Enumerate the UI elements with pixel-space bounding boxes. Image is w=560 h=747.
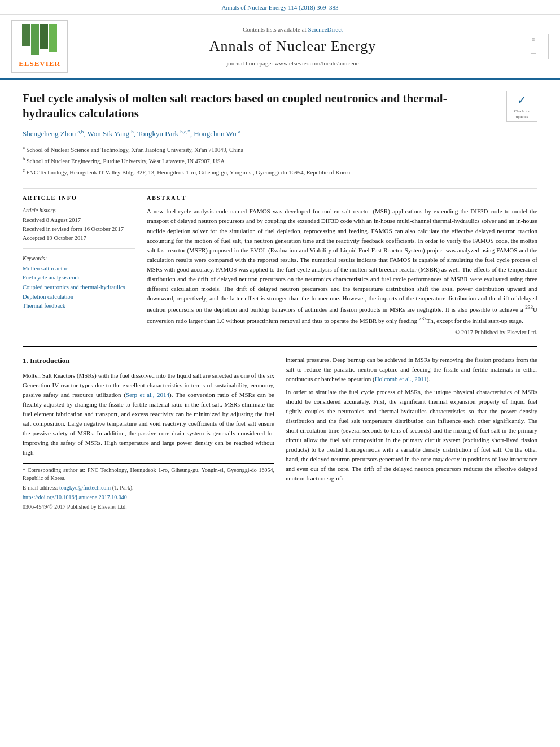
body-col-right: internal pressures. Deep burnup can be a… — [286, 355, 537, 513]
keyword-1: Molten salt reactor — [23, 265, 135, 273]
body-col-left: 1. Introduction Molten Salt Reactors (MS… — [23, 355, 274, 513]
journal-citation: Annals of Nuclear Energy 114 (2018) 369–… — [221, 4, 338, 11]
intro-para-3: In order to simulate the fuel cycle proc… — [286, 387, 537, 483]
intro-para-2: internal pressures. Deep burnup can be a… — [286, 355, 537, 384]
issn-line: 0306-4549/© 2017 Published by Elsevier L… — [23, 503, 274, 511]
sciencedirect-link[interactable]: ScienceDirect — [308, 26, 343, 33]
article-info-heading: ARTICLE INFO — [23, 194, 135, 202]
corresponding-footnote: * Corresponding author at: FNC Technolog… — [23, 466, 274, 482]
article-title-section: Fuel cycle analysis of molten salt react… — [23, 91, 537, 183]
received-date: Received 8 August 2017 — [23, 216, 135, 225]
accepted-date: Accepted 19 October 2017 — [23, 234, 135, 243]
keywords-label: Keywords: — [23, 255, 135, 263]
keyword-3: Coupled neutronics and thermal-hydraulic… — [23, 283, 135, 292]
email-footnote: E-mail address: tongkyu@fnctech.com (T. … — [23, 484, 274, 492]
authors-line: Shengcheng Zhou a,b, Won Sik Yang b, Ton… — [23, 128, 498, 139]
abstract-text: A new fuel cycle analysis code named FAM… — [147, 207, 537, 337]
top-bar: Annals of Nuclear Energy 114 (2018) 369–… — [0, 0, 560, 15]
article-info-panel: ARTICLE INFO Article history: Received 8… — [23, 194, 135, 337]
journal-header: ELSEVIER Contents lists available at Sci… — [0, 15, 560, 79]
journal-title-main: Annals of Nuclear Energy — [68, 36, 518, 56]
elsevier-brand-text: ELSEVIER — [19, 59, 60, 69]
corner-badge: ≡—— — [518, 34, 549, 59]
check-for-updates-badge: ✓ Check forupdates — [506, 91, 537, 122]
keyword-5: Thermal feedback — [23, 302, 135, 311]
check-icon: ✓ — [517, 92, 527, 108]
intro-section-title: 1. Introduction — [23, 355, 274, 366]
keyword-2: Fuel cycle analysis code — [23, 274, 135, 282]
doi-line: https://doi.org/10.1016/j.anucene.2017.1… — [23, 493, 274, 501]
affiliation-a: a School of Nuclear Science and Technolo… — [23, 144, 498, 154]
history-label: Article history: — [23, 207, 135, 215]
elsevier-logo: ELSEVIER — [11, 20, 68, 72]
copyright-line: © 2017 Published by Elsevier Ltd. — [147, 328, 537, 337]
intro-para-1: Molten Salt Reactors (MSRs) with the fue… — [23, 371, 274, 457]
keyword-4: Depletion calculation — [23, 293, 135, 302]
article-title: Fuel cycle analysis of molten salt react… — [23, 91, 498, 122]
abstract-heading: ABSTRACT — [147, 194, 537, 202]
journal-center-info: Contents lists available at ScienceDirec… — [68, 25, 518, 68]
footnote-area: * Corresponding author at: FNC Technolog… — [23, 463, 274, 511]
sciencedirect-line: Contents lists available at ScienceDirec… — [68, 25, 518, 34]
affiliation-b: b School of Nuclear Engineering, Purdue … — [23, 155, 498, 165]
abstract-panel: ABSTRACT A new fuel cycle analysis code … — [147, 194, 537, 337]
affiliation-c: c FNC Technology, Heungdeok IT Valley Bl… — [23, 167, 498, 177]
affiliations: a School of Nuclear Science and Technolo… — [23, 144, 498, 177]
journal-homepage: journal homepage: www.elsevier.com/locat… — [68, 59, 518, 68]
received-revised-date: Received in revised form 16 October 2017 — [23, 225, 135, 234]
